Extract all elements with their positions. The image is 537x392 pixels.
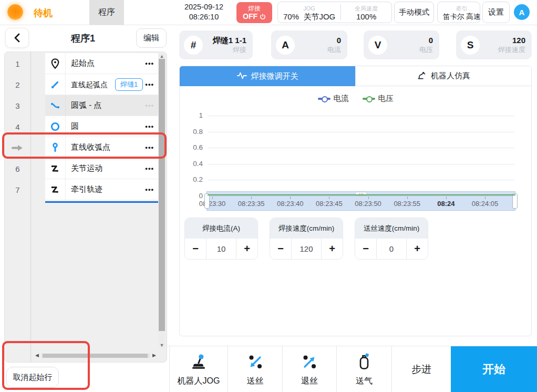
stepper-value: 0 — [376, 239, 407, 259]
start-button[interactable]: 开始 — [451, 346, 537, 392]
vertical-scrollbar[interactable]: ▲ ▼ — [159, 54, 165, 348]
x-axis-tick-label: 08:23:40 — [277, 200, 304, 208]
list-item[interactable]: 1起始点••• — [5, 53, 167, 74]
row-number: 1 — [5, 53, 30, 74]
stepper-value: 120 — [291, 239, 322, 259]
global-speed-selector[interactable]: 全局速度 100% — [341, 2, 391, 23]
legend-label: 电压 — [378, 94, 394, 104]
horizontal-scroll-thumb[interactable] — [43, 354, 148, 358]
row-menu-button[interactable]: ••• — [145, 185, 154, 193]
y-axis-tick-label: 0.8 — [180, 128, 203, 136]
status-symbol: # — [184, 36, 203, 55]
step-row-直线收弧点[interactable]: 直线收弧点••• — [45, 137, 158, 158]
x-axis-tick-label: 08:23:35 — [238, 200, 265, 208]
row-gap — [30, 95, 45, 116]
row-menu-button[interactable]: ••• — [145, 122, 154, 130]
list-item[interactable]: 2直线起弧点焊缝1••• — [5, 74, 167, 95]
scroll-right-icon[interactable]: ▶ — [152, 353, 156, 358]
minus-button[interactable]: − — [185, 239, 206, 259]
step-row-直线起弧点[interactable]: 直线起弧点焊缝1••• — [45, 74, 158, 95]
plus-button[interactable]: + — [322, 239, 343, 259]
legend-item-电压[interactable]: 电压 — [363, 94, 394, 104]
minus-button[interactable]: − — [355, 239, 376, 259]
step-row-牵引轨迹[interactable]: 牵引轨迹••• — [45, 179, 158, 200]
scroll-down-icon[interactable]: ▼ — [159, 343, 165, 348]
wire-feed-icon — [246, 353, 265, 374]
row-menu-button[interactable]: ••• — [145, 59, 154, 67]
tow-value: 笛卡尔 高速 — [443, 13, 480, 20]
manual-mode-button[interactable]: 手动模式 — [394, 2, 434, 23]
horizontal-scrollbar[interactable]: ◀ ▶ — [35, 353, 156, 359]
list-item[interactable]: 6关节运动••• — [5, 158, 167, 179]
robot-status: 待机 — [34, 7, 53, 19]
tab-焊接微调开关[interactable]: 焊接微调开关 — [180, 66, 355, 86]
bottom-button-送气[interactable]: 送气 — [337, 346, 392, 392]
jog-label: JOG — [303, 5, 315, 13]
step-label: 直线起弧点 — [71, 80, 109, 89]
settings-button[interactable]: 设置 — [482, 2, 510, 23]
status-symbol: S — [461, 36, 480, 55]
legend-item-电流[interactable]: 电流 — [318, 94, 349, 104]
marker-arrow-icon — [12, 144, 24, 152]
row-menu-button[interactable]: ••• — [145, 143, 154, 151]
bottom-button-机器人JOG[interactable]: 机器人JOG — [170, 346, 228, 392]
bottom-button-label: 送气 — [356, 376, 373, 387]
tow-mode-button[interactable]: 牵引 笛卡尔 高速 — [437, 2, 480, 23]
bottom-button-label: 机器人JOG — [178, 376, 220, 387]
vertical-scroll-thumb[interactable] — [159, 59, 165, 331]
tab-机器人仿真[interactable]: 机器人仿真 — [355, 66, 531, 86]
status-card-电压: V0电压 — [364, 30, 439, 59]
bottom-button-退丝[interactable]: 退丝 — [283, 346, 337, 392]
bottom-button-步进[interactable]: 步进 — [392, 346, 451, 392]
list-item[interactable]: 直线收弧点••• — [5, 137, 167, 158]
list-item[interactable]: 7牵引轨迹••• — [5, 179, 167, 200]
arc-icon — [45, 95, 66, 116]
step-row-圆弧 - 点[interactable]: 圆弧 - 点••• — [45, 95, 158, 116]
legend-marker — [363, 96, 375, 101]
plus-button[interactable]: + — [236, 239, 257, 259]
row-number: 3 — [5, 95, 30, 116]
list-item[interactable]: 4圆••• — [5, 116, 167, 137]
jog-mode-selector[interactable]: JOG 70% 关节JOG — [278, 2, 340, 23]
step-rows: 1起始点•••2直线起弧点焊缝1•••3圆弧 - 点•••4圆•••直线收弧点•… — [5, 53, 167, 200]
tab-label: 机器人仿真 — [431, 71, 470, 81]
user-avatar[interactable]: A — [514, 4, 530, 20]
x-axis-tick-label: 08:24 — [437, 200, 455, 208]
step-row-圆[interactable]: 圆••• — [45, 116, 158, 137]
stepper-label: 送丝速度(cm/min) — [355, 218, 428, 239]
scroll-left-icon[interactable]: ◀ — [35, 353, 39, 358]
cancel-start-row-button[interactable]: 取消起始行 — [6, 367, 59, 388]
row-menu-button[interactable]: ••• — [145, 80, 154, 88]
gas-icon — [355, 353, 374, 374]
series-line-电压 — [208, 194, 515, 195]
y-axis-tick-label: 0.2 — [180, 176, 203, 183]
current-row-marker — [5, 137, 30, 158]
stepper-controls: −0+ — [355, 239, 428, 259]
stepper-controls: −120+ — [270, 239, 343, 259]
y-axis-tick-label: 0.4 — [180, 160, 203, 168]
waveform-icon — [237, 71, 247, 81]
slider-handle-right[interactable] — [512, 193, 518, 209]
scroll-up-icon[interactable]: ▲ — [159, 54, 165, 59]
status-card-焊接速度: S120焊接速度 — [456, 30, 532, 59]
back-button[interactable] — [5, 28, 29, 48]
tab-program[interactable]: 程序 — [89, 0, 124, 25]
step-row-起始点[interactable]: 起始点••• — [45, 53, 158, 74]
row-menu-button[interactable]: ••• — [145, 101, 154, 109]
row-menu-button[interactable]: ••• — [145, 164, 154, 172]
minus-button[interactable]: − — [270, 239, 291, 259]
row-gap — [30, 53, 45, 74]
weld-power-toggle[interactable]: 焊接 OFF — [236, 2, 272, 23]
edit-button[interactable]: 编辑 — [136, 28, 167, 48]
step-row-关节运动[interactable]: 关节运动••• — [45, 158, 158, 179]
legend-marker — [318, 96, 331, 101]
tab-label: 焊接微调开关 — [251, 71, 298, 81]
bottom-button-送丝[interactable]: 送丝 — [228, 346, 283, 392]
row-number: 4 — [5, 116, 30, 137]
slider-handle-left[interactable] — [204, 193, 210, 209]
global-speed-label: 全局速度 — [355, 5, 378, 13]
list-item[interactable]: 3圆弧 - 点••• — [5, 95, 167, 116]
jog-speed-group[interactable]: JOG 70% 关节JOG 全局速度 100% — [277, 2, 392, 23]
plus-button[interactable]: + — [407, 239, 428, 259]
power-icon — [260, 14, 266, 20]
